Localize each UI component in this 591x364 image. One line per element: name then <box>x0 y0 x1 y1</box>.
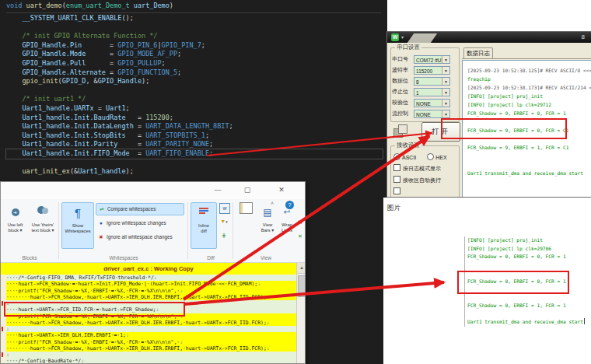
collapse-icon[interactable]: ✕ <box>296 232 305 241</box>
connect-icon <box>393 124 411 139</box>
code-line: /* init GPIO Alternate Function */ <box>6 32 383 41</box>
log-line <box>467 135 591 143</box>
dropdown-value: NONE <box>416 112 431 117</box>
log-line: [2025-09-23 10:52:38.125]# RECV ASCII/8 … <box>467 66 591 75</box>
diff-margin <box>1 320 6 326</box>
diff-row: ↓ <box>1 352 296 358</box>
scroll-up-icon[interactable]: ▲ <box>297 263 306 274</box>
view-bars-button[interactable]: ▤ View Bars ▾ <box>257 202 278 249</box>
chevron-down-icon[interactable]: ▼ <box>442 67 449 74</box>
diff-row: ········huart->FCR_Shadow,·huart->UARTx-… <box>1 320 296 326</box>
radio-hex[interactable] <box>427 153 434 160</box>
diff-scrollbar[interactable]: ▲ <box>296 263 306 363</box>
button-label: Bars ▾ <box>261 228 274 233</box>
diff-row: ↓ <box>1 300 296 306</box>
sticky-function-header: void uart_demo(enum_uart_Demo_t uart_Dem… <box>6 2 381 13</box>
chevron-down-icon[interactable]: ▼ <box>442 110 449 117</box>
radio-hex-label: HEX <box>435 155 446 160</box>
diff-margin <box>1 339 6 345</box>
log-line: Uart1 transmit_dma and receive_dma start <box>467 318 591 327</box>
button-label: text block ▾ <box>31 228 54 233</box>
diff-text: ····printf("FCR_Shadow·=·%X,·ERBFI·=·%X,… <box>6 313 296 320</box>
field-dropdown[interactable]: 1▼ <box>414 88 450 96</box>
checkbox[interactable] <box>393 164 400 171</box>
log-line: FCR_Shadow = 0, ERBFI = 0, FCR = 1 <box>467 253 591 261</box>
log-line: FCR_Shadow = 9, ERBFI = 1, FCR = C1 <box>467 143 591 152</box>
diff-content[interactable]: ····/*·Config·FIFO、DMA、RxFIF/TxFIFO·thre… <box>1 275 296 364</box>
filter-icon[interactable]: ▼▾ <box>219 217 229 226</box>
radio-ascii[interactable] <box>393 153 400 160</box>
eol-mark: ↓ <box>267 320 270 326</box>
chevron-down-icon[interactable]: ▾ <box>401 34 404 40</box>
word-diff-icon[interactable]: w <box>219 203 230 214</box>
open-port-button[interactable]: 打开 <box>421 122 460 142</box>
diff-margin <box>1 300 6 306</box>
chevron-down-icon[interactable]: ▼ <box>442 78 449 85</box>
chevron-down-icon[interactable]: ▼ <box>442 56 449 63</box>
button-label: Show <box>72 223 84 228</box>
field-dropdown[interactable]: COM72 #US▼ <box>414 55 450 64</box>
log-line: Uart1 transmit_dma and receive_dma start <box>467 169 591 177</box>
button-label: Use 'theirs' <box>32 222 54 227</box>
button-label: Wrap <box>282 222 292 227</box>
field-dropdown[interactable]: 115200▼ <box>414 66 450 75</box>
use-theirs-text-block-button[interactable]: Use 'theirs' text block ▾ <box>29 202 57 249</box>
maximize-button[interactable]: ▢ <box>235 182 260 198</box>
radio-ascii-label: ASCII <box>402 155 416 160</box>
chevron-down-icon[interactable]: ▼ <box>442 89 449 96</box>
field-dropdown[interactable]: 8▼ <box>414 77 450 86</box>
wrap-lines-button[interactable]: ↩ Wrap Lines <box>278 202 296 249</box>
collapse-ribbon-icon[interactable]: ˄ <box>271 201 274 206</box>
diff-row: ········huart->FCR_Shadow,·huart->UARTx-… <box>1 294 296 300</box>
help-icon[interactable]: ? <box>285 201 294 209</box>
tab-data-log[interactable]: 数据日志 <box>463 47 493 59</box>
diff-margin <box>1 275 6 281</box>
stats-icon[interactable]: ⋕ <box>219 231 229 240</box>
ribbon-divider <box>187 202 188 259</box>
field-dropdown[interactable]: NONE▼ <box>414 110 450 118</box>
code-line: /* init uart1 */ <box>6 95 383 104</box>
scrollbar-thumb[interactable] <box>298 275 306 297</box>
log-line: FCR_Shadow = 0, ERBFI = 1, FCR = 1 <box>467 302 591 310</box>
ribbon: ➜ Use left block ▾ Use 'theirs' text blo… <box>1 199 305 263</box>
serial-field-row: 数据位8▼ <box>392 77 450 86</box>
diff-row: ····printf("FCR_Shadow·=·%X,·ERBFI·=·%X,… <box>1 313 296 320</box>
diff-window: — ▢ ✕ ➜ Use left block ▾ Use 'theirs' te… <box>0 181 306 364</box>
serial-log-area[interactable]: [2025-09-23 10:52:38.125]# RECV ASCII/8 … <box>462 60 591 198</box>
eol-mark: ↓ <box>126 332 129 338</box>
document-panel: 图片 [INFO] [project] proj_init[INFO] [pro… <box>383 198 591 364</box>
diff-text: ↓ <box>6 352 296 358</box>
diff-text: ········huart->FCR_Shadow,·huart->UARTx-… <box>6 294 296 300</box>
checkbox[interactable] <box>393 176 400 183</box>
log-line: [INFO] [project] lp clk=29712 <box>467 100 591 109</box>
close-button[interactable]: ✕ <box>269 182 294 198</box>
minimize-button[interactable]: — <box>205 182 230 198</box>
show-whitespaces-button[interactable]: ¶ Show Whitespaces <box>61 202 94 249</box>
pilcrow-icon: ¶ <box>62 203 93 223</box>
log-line: FCR_Shadow = 0, ERBFI = 0, FCR = 1 <box>467 278 591 286</box>
view-window-button[interactable] <box>236 202 256 249</box>
diff-row: ····huart->UARTx->IER_DLH.IER.ERBFI·=·1;… <box>1 332 296 338</box>
serial-titlebar[interactable]: W ▾ 8 <box>387 32 591 43</box>
field-label: 校验位 <box>392 99 414 107</box>
diff-row: ····/*·Config·FIFO、DMA、RxFIF/TxFIFO·thre… <box>1 275 296 281</box>
ignore-all-whitespace-item[interactable]: ✖Ignore all whitespace changes <box>96 231 184 243</box>
compare-whitespaces-item[interactable]: ⇄Compare whitespaces <box>96 203 184 215</box>
diff-text: ····printf("FCR_Shadow·=·%X,·ERBFI·=·%X,… <box>6 339 296 345</box>
diff-text: ········huart->FCR_Shadow,·huart->UARTx-… <box>6 345 296 352</box>
ignore-whitespace-changes-item[interactable]: ●Ignore whitespace changes <box>96 217 184 229</box>
diff-titlebar[interactable]: — ▢ ✕ <box>1 182 305 200</box>
dropdown-value: NONE <box>416 101 431 107</box>
use-left-block-button[interactable]: ➜ Use left block ▾ <box>2 202 28 249</box>
chevron-down-icon[interactable]: ▼ <box>442 100 449 107</box>
encoding-radio-row: ASCII HEX <box>393 153 447 160</box>
switch-view-icon[interactable]: ⇆ <box>296 218 305 227</box>
inline-diff-button[interactable]: Inline diff <box>191 202 217 249</box>
checkbox[interactable] <box>393 187 400 194</box>
diff-margin <box>1 332 6 338</box>
field-label: 流控制 <box>392 110 414 117</box>
diff-text: ····/*·Config·BaudRate·*/↓ <box>6 358 296 364</box>
diff-row: ····huart->UARTx->FCR_IID.FCR·=·huart->F… <box>1 306 296 313</box>
field-dropdown[interactable]: NONE▼ <box>414 99 450 107</box>
code-line: GPIO_Handle.Pin = GPIO_PIN_6|GPIO_PIN_7; <box>6 41 383 51</box>
